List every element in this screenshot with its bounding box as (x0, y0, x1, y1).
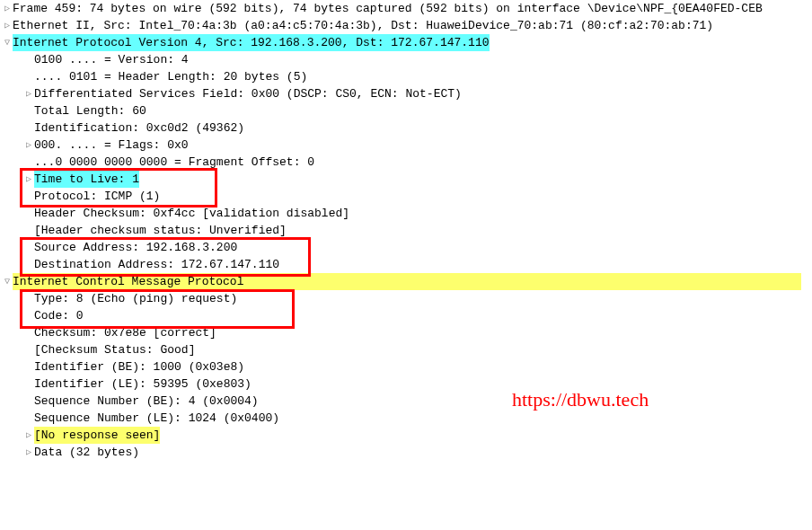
ip-total-length[interactable]: Total Length: 60 (0, 102, 812, 119)
chevron-right-icon[interactable]: ▷ (23, 444, 34, 461)
icmp-noresponse-row[interactable]: ▷ [No response seen] (0, 427, 812, 444)
icmp-data-row[interactable]: ▷ Data (32 bytes) (0, 444, 812, 461)
ip-dsfield-row[interactable]: ▷ Differentiated Services Field: 0x00 (D… (0, 85, 812, 102)
chevron-right-icon[interactable]: ▷ (2, 17, 13, 34)
chevron-down-icon[interactable]: ▽ (2, 34, 13, 51)
icmp-seq-be[interactable]: Sequence Number (BE): 4 (0x0004) (0, 393, 812, 410)
icmp-ident-be[interactable]: Identifier (BE): 1000 (0x03e8) (0, 358, 812, 375)
ip-identification[interactable]: Identification: 0xc0d2 (49362) (0, 119, 812, 137)
icmp-seq-le[interactable]: Sequence Number (LE): 1024 (0x0400) (0, 410, 812, 427)
icmp-checksum[interactable]: Checksum: 0x7e8e [correct] (0, 324, 812, 341)
ip-dst-addr[interactable]: Destination Address: 172.67.147.110 (0, 256, 812, 273)
icmp-summary: Internet Control Message Protocol (13, 273, 801, 290)
ip-flags: 000. .... = Flags: 0x0 (34, 137, 189, 154)
ip-flags-row[interactable]: ▷ 000. .... = Flags: 0x0 (0, 137, 812, 154)
ip-dsfield: Differentiated Services Field: 0x00 (DSC… (34, 85, 462, 102)
chevron-right-icon[interactable]: ▷ (2, 0, 13, 17)
ip-protocol[interactable]: Protocol: ICMP (1) (0, 188, 812, 205)
ip-src-addr[interactable]: Source Address: 192.168.3.200 (0, 239, 812, 256)
icmp-type[interactable]: Type: 8 (Echo (ping) request) (0, 290, 812, 307)
icmp-ident-le[interactable]: Identifier (LE): 59395 (0xe803) (0, 375, 812, 393)
ip-row[interactable]: ▽ Internet Protocol Version 4, Src: 192.… (0, 34, 812, 51)
frame-row[interactable]: ▷ Frame 459: 74 bytes on wire (592 bits)… (0, 0, 812, 17)
ip-version[interactable]: 0100 .... = Version: 4 (0, 51, 812, 68)
icmp-checksum-status[interactable]: [Checksum Status: Good] (0, 341, 812, 358)
ip-ttl-row[interactable]: ▷ Time to Live: 1 (0, 171, 812, 188)
ip-ttl: Time to Live: 1 (34, 171, 139, 188)
icmp-no-response: [No response seen] (34, 427, 160, 444)
ip-summary: Internet Protocol Version 4, Src: 192.16… (13, 34, 490, 51)
ip-checksum[interactable]: Header Checksum: 0xf4cc [validation disa… (0, 205, 812, 222)
chevron-right-icon[interactable]: ▷ (23, 137, 34, 154)
icmp-row[interactable]: ▽ Internet Control Message Protocol (0, 273, 812, 290)
frame-summary: Frame 459: 74 bytes on wire (592 bits), … (13, 0, 763, 17)
ethernet-row[interactable]: ▷ Ethernet II, Src: Intel_70:4a:3b (a0:a… (0, 17, 812, 34)
icmp-code[interactable]: Code: 0 (0, 307, 812, 324)
ip-checksum-status[interactable]: [Header checksum status: Unverified] (0, 222, 812, 239)
ip-header-length[interactable]: .... 0101 = Header Length: 20 bytes (5) (0, 68, 812, 85)
chevron-right-icon[interactable]: ▷ (23, 85, 34, 102)
watermark-text: https://dbwu.tech (512, 391, 649, 408)
chevron-down-icon[interactable]: ▽ (2, 273, 13, 290)
icmp-data: Data (32 bytes) (34, 444, 139, 461)
chevron-right-icon[interactable]: ▷ (23, 171, 34, 188)
ip-frag-offset[interactable]: ...0 0000 0000 0000 = Fragment Offset: 0 (0, 154, 812, 171)
ethernet-summary: Ethernet II, Src: Intel_70:4a:3b (a0:a4:… (13, 17, 713, 34)
chevron-right-icon[interactable]: ▷ (23, 427, 34, 444)
